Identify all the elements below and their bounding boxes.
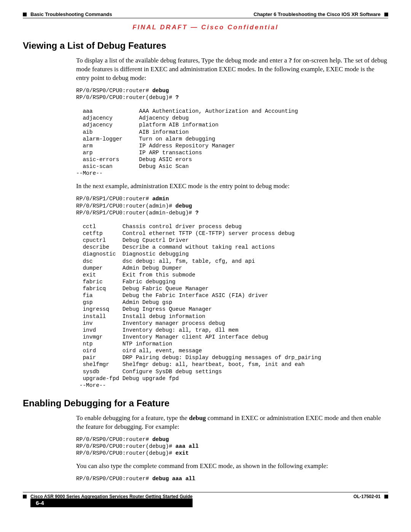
header-rule	[23, 18, 388, 18]
cli-output-oneline: RP/0/RSP0/CPU0:router# debug aaa all	[76, 475, 388, 482]
footer-left: Cisco ASR 9000 Series Aggregation Servic…	[23, 494, 193, 507]
bullet-icon	[384, 13, 388, 16]
paragraph: To display a list of the available debug…	[76, 56, 388, 83]
section-heading-viewing-debug: Viewing a List of Debug Features	[23, 40, 388, 51]
page-number: 6-4	[30, 498, 193, 507]
doc-number: OL-17502-01	[354, 494, 381, 499]
cli-output-admin: RP/0/RSP1/CPU0:router# admin RP/0/RSP1/C…	[76, 195, 388, 389]
chapter-label: Chapter 6 Troubleshooting the Cisco IOS …	[253, 11, 381, 17]
footer-rule	[23, 492, 388, 492]
section-heading-enabling-debug: Enabling Debugging for a Feature	[23, 398, 388, 409]
header-left: Basic Troubleshooting Commands	[23, 11, 112, 17]
paragraph: You can also type the complete command f…	[76, 462, 388, 471]
footer-right: OL-17502-01	[354, 494, 388, 499]
paragraph: To enable debugging for a feature, type …	[76, 414, 388, 431]
cli-output-exec: RP/0/RSP0/CPU0:router# debug RP/0/RSP0/C…	[76, 87, 388, 177]
section-label: Basic Troubleshooting Commands	[30, 11, 112, 17]
bullet-icon	[384, 495, 388, 498]
cli-output-enable: RP/0/RSP0/CPU0:router# debug RP/0/RSP0/C…	[76, 436, 388, 457]
confidential-banner: FINAL DRAFT — Cisco Confidential	[23, 24, 388, 31]
bullet-icon	[23, 495, 27, 498]
header-right: Chapter 6 Troubleshooting the Cisco IOS …	[253, 11, 388, 17]
bullet-icon	[23, 13, 27, 16]
paragraph: In the next example, administration EXEC…	[76, 182, 388, 191]
